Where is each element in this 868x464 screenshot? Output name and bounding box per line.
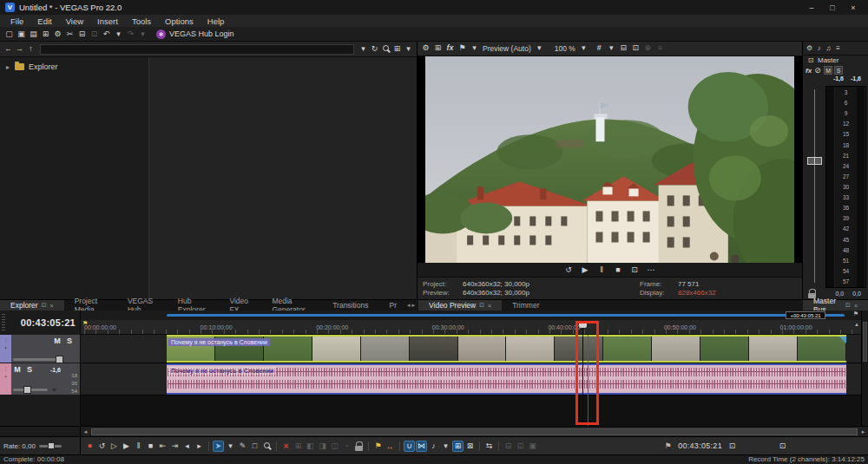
rate-slider[interactable]	[39, 445, 62, 448]
master-mute-button[interactable]: M	[824, 66, 832, 75]
dock-tab[interactable]: Pr	[378, 300, 407, 310]
rate-control[interactable]: Rate: 0,00	[0, 437, 81, 454]
enable-snapping-icon[interactable]: ∪	[404, 441, 415, 452]
tab-float-icon[interactable]: ⊡	[42, 302, 47, 309]
tree-expander-icon[interactable]: ▸	[3, 63, 12, 71]
video-solo-button[interactable]: S	[65, 337, 74, 345]
menu-item[interactable]: Help	[201, 16, 232, 26]
automation-icon[interactable]: ⊘	[813, 65, 822, 76]
tab-trimmer[interactable]: Trimmer	[502, 300, 549, 310]
timeline-empty-area[interactable]	[81, 395, 861, 426]
timeline-horizontal-scrollbar[interactable]: ◂ ▸	[0, 426, 868, 436]
preview-settings-gear-icon[interactable]: ⚙	[420, 42, 431, 54]
go-to-start-icon[interactable]: ⇤	[157, 441, 168, 452]
fader-handle[interactable]	[807, 157, 822, 165]
slip-tool-icon[interactable]: ⇆	[483, 441, 495, 452]
tab-scroll-right-icon[interactable]: ▸	[411, 302, 415, 309]
time-ruler[interactable]: 00:00:00:0000:10:00:0000:20:00:0000:30:0…	[81, 320, 861, 335]
tab-float-icon[interactable]: ⊡	[845, 302, 851, 309]
hscroll-thumb[interactable]	[91, 428, 858, 435]
menu-item[interactable]: Insert	[90, 16, 125, 26]
paste-icon[interactable]: ⊡	[89, 29, 100, 40]
zoom-dropdown-icon[interactable]: ▾	[578, 42, 589, 54]
go-to-end-icon[interactable]: ⇥	[169, 441, 181, 452]
preview-pause-icon[interactable]: ‖	[596, 265, 608, 276]
menu-item[interactable]: Tools	[125, 16, 158, 26]
explorer-file-list[interactable]	[149, 57, 417, 299]
insert-marker-icon[interactable]: ⚑	[372, 441, 384, 452]
insert-region-icon[interactable]: ‥	[385, 441, 396, 452]
view-mode-dropdown-icon[interactable]: ▾	[403, 43, 414, 55]
search-icon[interactable]	[380, 43, 391, 55]
tab-master-bus[interactable]: Master Bus ⊡ ×	[803, 300, 868, 310]
video-level-knob[interactable]	[56, 356, 63, 363]
play-from-start-icon[interactable]: ▷	[108, 441, 120, 452]
dock-tab[interactable]: Media Generator	[261, 300, 322, 310]
loop-playback-icon[interactable]: ↺	[96, 441, 108, 452]
loop-play-icon[interactable]: ↺	[563, 265, 575, 276]
external-monitor-icon[interactable]: ⊞	[432, 42, 444, 54]
transport-timecode[interactable]: 00:43:05:21	[678, 441, 722, 450]
hscroll-right-icon[interactable]: ▸	[858, 428, 868, 436]
audio-dropdown-icon[interactable]: ▼	[51, 387, 57, 393]
video-event[interactable]: Почему я не останусь в Словении	[167, 335, 846, 363]
auto-crossfades-icon[interactable]: ⋈	[416, 441, 427, 452]
copy-snapshot-icon[interactable]: ⊟	[618, 42, 629, 54]
nav-back-icon[interactable]: ←	[3, 43, 14, 55]
save-snapshot-icon[interactable]: ⊡	[630, 42, 641, 54]
address-dropdown-icon[interactable]: ▾	[358, 43, 369, 55]
push-to-device-icon[interactable]: ⊡	[629, 265, 641, 276]
vertical-scroll-thumb[interactable]	[863, 322, 867, 362]
record-icon[interactable]: ●	[84, 441, 95, 452]
maximize-button[interactable]: □	[823, 2, 842, 13]
fade-selection-icon[interactable]: ◫	[329, 441, 340, 452]
external-window-icon[interactable]: ⊡	[777, 441, 788, 452]
tab-scroll-left-icon[interactable]: ◂	[407, 302, 411, 309]
zoom-edit-tool-icon[interactable]	[261, 441, 273, 452]
previous-frame-icon[interactable]: ◂	[181, 441, 193, 452]
timecode-window-icon[interactable]: ⊡	[727, 441, 738, 452]
project-properties-icon[interactable]: ⊞	[40, 29, 51, 40]
preview-play-icon[interactable]: ▶	[580, 265, 591, 276]
video-scopes-icon[interactable]: ≡	[654, 42, 666, 54]
overlay-flag-icon[interactable]: ⚑	[457, 42, 468, 54]
audio-stream-dropdown-icon[interactable]: ▾	[440, 441, 451, 452]
redo-dropdown-icon[interactable]: ▾	[137, 29, 148, 40]
dock-tab[interactable]: Hub Explorer	[168, 300, 220, 310]
stop-icon[interactable]: ■	[145, 441, 156, 452]
tab-close-icon[interactable]: ×	[50, 303, 54, 309]
trim-start-icon[interactable]: ◧	[305, 441, 316, 452]
dock-tab[interactable]: Transitions	[322, 300, 378, 310]
video-track-header[interactable]: ⋮▪ M S	[0, 335, 80, 363]
current-time-display[interactable]: 00:43:05:21	[0, 310, 80, 335]
new-project-icon[interactable]: ▢	[3, 29, 15, 40]
view-mode-icon[interactable]: ⊞	[391, 43, 403, 55]
safe-area-grid-icon[interactable]: #	[594, 42, 605, 54]
minimize-button[interactable]: –	[802, 2, 821, 13]
menu-item[interactable]: File	[3, 16, 30, 26]
next-frame-icon[interactable]: ▸	[194, 441, 205, 452]
auto-ripple-icon[interactable]: ⊠	[464, 441, 476, 452]
menu-item[interactable]: Options	[158, 16, 201, 26]
downmix-output-icon[interactable]: ♪	[814, 42, 824, 54]
video-level-slider[interactable]	[13, 358, 63, 361]
master-solo-button[interactable]: S	[834, 66, 843, 75]
rate-knob[interactable]	[48, 442, 55, 449]
envelope-edit-tool-icon[interactable]: ✎	[237, 441, 248, 452]
nav-forward-icon[interactable]: →	[14, 43, 25, 55]
video-mute-button[interactable]: M	[53, 337, 62, 345]
audio-hardware-icon[interactable]: ≡	[833, 42, 843, 54]
address-bar-input[interactable]	[40, 44, 354, 55]
edit-tool-dropdown-icon[interactable]: ▾	[225, 441, 236, 452]
refresh-icon[interactable]: ↻	[369, 43, 380, 55]
group-events-icon[interactable]: ⊞	[293, 441, 304, 452]
save-project-icon[interactable]: ▤	[28, 29, 39, 40]
undo-dropdown-icon[interactable]: ▾	[113, 29, 124, 40]
menu-item[interactable]: View	[59, 16, 90, 26]
timeline-position-scrollbar[interactable]	[167, 314, 845, 317]
nav-up-icon[interactable]: ↑	[25, 43, 36, 55]
mixer-tool-icon[interactable]: ⊟	[503, 441, 514, 452]
audio-track-header[interactable]: ⋮▪ M S -1,6 ▼ 183654	[0, 363, 80, 395]
master-gear-icon[interactable]: ⚙	[805, 42, 814, 54]
video-track-lane[interactable]: Почему я не останусь в Словении	[81, 335, 861, 363]
